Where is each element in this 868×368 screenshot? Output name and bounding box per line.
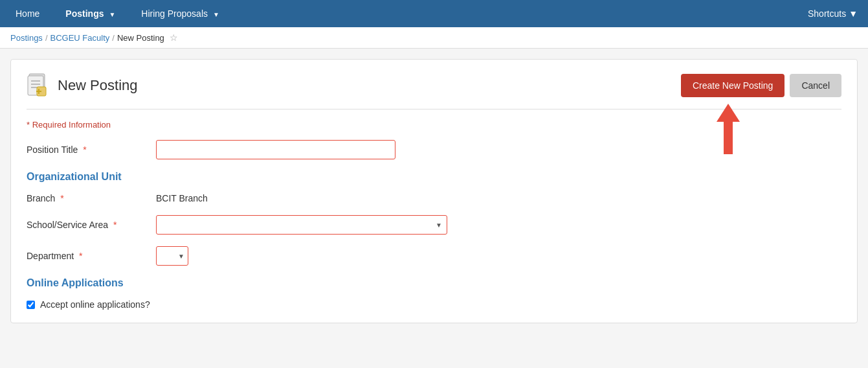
department-wrapper [156,246,188,266]
page-icon [27,73,50,98]
required-star-school: * [113,220,117,230]
required-star-position: * [83,144,86,155]
breadcrumb-separator-2: / [112,33,115,43]
school-service-area-group: School/Service Area * [27,215,841,235]
postings-caret: ▼ [109,11,115,18]
nav-left: Home Postings ▼ Hiring Proposals ▼ [10,2,225,25]
school-service-area-wrapper [156,215,447,235]
department-label: Department * [27,251,156,261]
page-header: New Posting Create New Posting Cancel [27,73,841,98]
bookmark-icon[interactable]: ☆ [170,32,178,43]
accept-online-applications-checkbox[interactable] [27,301,35,309]
organizational-unit-heading: Organizational Unit [27,171,841,183]
breadcrumb-bcgeu-faculty[interactable]: BCGEU Faculty [50,33,110,43]
create-new-posting-button[interactable]: Create New Posting [681,74,785,97]
position-title-label: Position Title * [27,144,156,155]
nav-hiring-proposals[interactable]: Hiring Proposals ▼ [136,2,225,25]
position-title-input[interactable] [156,140,395,159]
nav-postings[interactable]: Postings ▼ [60,2,120,25]
required-star-department: * [79,251,82,261]
required-star-branch: * [60,193,63,203]
nav-shortcuts[interactable]: Shortcuts ▼ [808,8,858,19]
nav-home[interactable]: Home [10,2,45,25]
breadcrumb-current: New Posting [117,33,164,43]
page-title: New Posting [58,77,138,94]
cancel-button[interactable]: Cancel [790,74,841,97]
school-service-area-select[interactable] [156,215,447,235]
branch-value: BCIT Branch [156,193,208,203]
online-applications-heading: Online Applications [27,277,841,289]
arrow-shaft [724,122,733,154]
accept-online-applications-label[interactable]: Accept online applications? [40,299,150,310]
accept-online-applications-group: Accept online applications? [27,299,841,310]
branch-label: Branch * [27,193,156,203]
arrow-indicator [717,104,740,154]
shortcuts-caret: ▼ [849,8,858,19]
page-title-section: New Posting [27,73,138,98]
hiring-proposals-caret: ▼ [213,11,219,18]
top-navigation: Home Postings ▼ Hiring Proposals ▼ Short… [0,0,868,27]
header-buttons: Create New Posting Cancel [681,74,841,97]
breadcrumb-postings[interactable]: Postings [10,33,43,43]
main-content: New Posting Create New Posting Cancel * … [10,59,858,323]
school-service-area-label: School/Service Area * [27,220,156,230]
breadcrumb-separator-1: / [45,33,48,43]
department-select[interactable] [156,246,188,266]
arrow-up-icon [717,104,740,122]
department-group: Department * [27,246,841,266]
branch-group: Branch * BCIT Branch [27,193,841,203]
breadcrumb: Postings / BCGEU Faculty / New Posting ☆ [0,27,868,49]
